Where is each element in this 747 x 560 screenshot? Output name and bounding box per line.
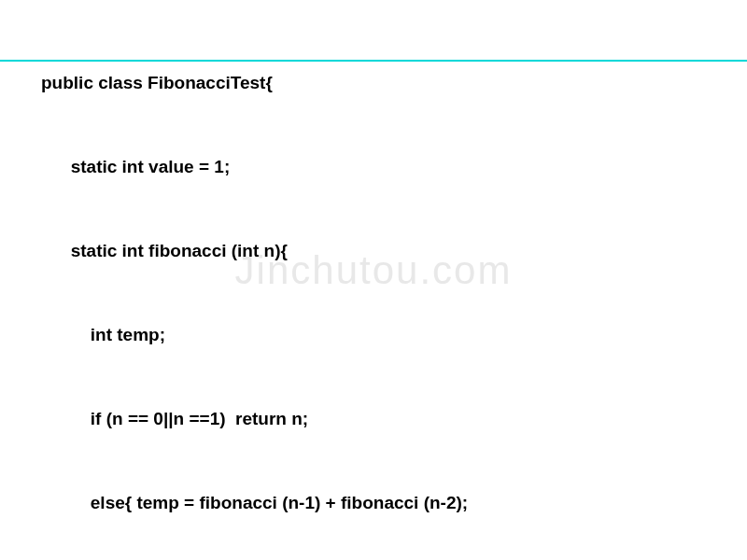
code-line: int temp; <box>41 321 728 349</box>
code-line: if (n == 0||n ==1) return n; <box>41 405 728 433</box>
code-line: public class FibonacciTest{ <box>41 69 728 97</box>
slide-page: Jinchutou.com public class FibonacciTest… <box>0 0 747 560</box>
code-line: static int value = 1; <box>41 153 728 181</box>
code-line: static int fibonacci (int n){ <box>41 237 728 265</box>
code-block: public class FibonacciTest{ static int v… <box>41 13 728 560</box>
code-line: else{ temp = fibonacci (n-1) + fibonacci… <box>41 489 728 517</box>
